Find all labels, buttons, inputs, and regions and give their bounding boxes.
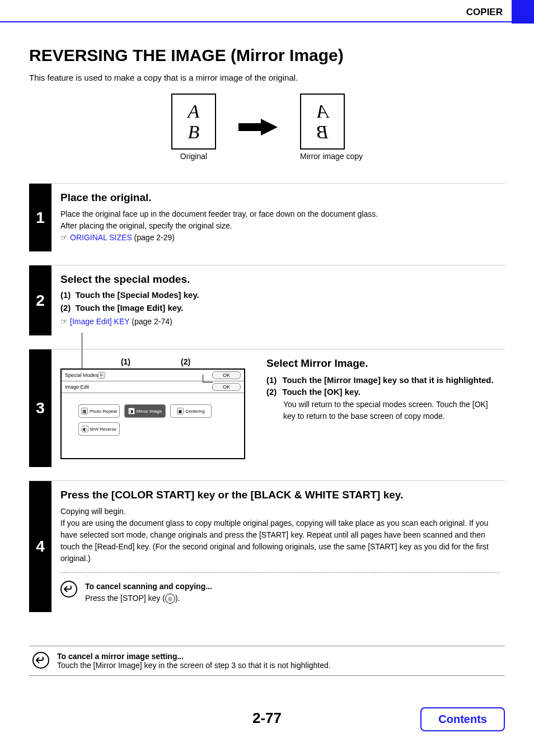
mirror-diagram: A B Original A B Mirror image copy [29,94,505,161]
cancel-setting-box: To cancel a mirror image setting... Touc… [29,646,505,676]
step-4-body1: Copying will begin. [60,506,499,517]
pointer-line-2 [203,375,213,382]
step-3-number: 3 [29,349,51,467]
step-1-body1: Place the original face up in the docume… [60,208,499,220]
step-2-ref: ☞[Image Edit] KEY (page 2-74) [60,316,499,328]
dashed-separator [60,572,499,573]
header-accent [512,0,534,24]
cancel-setting-body: Touch the [Mirror Image] key in the scre… [57,661,331,670]
original-box: A B [171,94,216,150]
cancel-back-icon [60,581,77,598]
step-3-title: Select Mirror Image. [266,357,499,370]
image-edit-key-link[interactable]: [Image Edit] KEY [70,317,129,326]
step-1-title: Place the original. [60,192,499,204]
step-1-number: 1 [29,184,51,251]
mirror-image-icon: ◑ [128,408,135,414]
page-number: 2-77 [252,710,282,727]
step-3: 3 (1)(2) Special Modes ⎘ OK Image Edit [29,349,505,467]
cancel-setting-title: To cancel a mirror image setting... [57,652,331,661]
reference-icon: ☞ [60,317,68,326]
header: COPIER [0,0,534,24]
ok-button-upper[interactable]: OK [212,371,241,379]
photo-repeat-icon: ▦ [81,408,88,414]
intro-text: This feature is used to make a copy that… [29,73,505,82]
step-1-ref: ☞ORIGINAL SIZES (page 2-29) [60,232,499,244]
touch-screen: Special Modes ⎘ OK Image Edit OK ▦Photo … [60,368,245,459]
step-1-body2: After placing the original, specify the … [60,220,499,232]
cancel-back-icon [32,652,49,669]
step-2-sub2: (2) Touch the [Image Edit] key. [60,303,499,312]
step-1: 1 Place the original. Place the original… [29,183,505,251]
stop-key-icon: ◎ [165,594,175,604]
mirror-caption: Mirror image copy [300,152,363,161]
step-2-sub1: (1) Touch the [Special Modes] key. [60,290,499,300]
step-3-i2-body: You will return to the special modes scr… [283,399,499,422]
mirror-image-button[interactable]: ◑Mirror Image [124,404,166,418]
step-4-title: Press the [COLOR START] key or the [BLAC… [60,489,499,501]
svg-marker-0 [238,119,278,136]
mirror-box: A B [300,94,345,150]
ok-button-lower[interactable]: OK [212,383,241,391]
cancel-scan-body: Press the [STOP] key (◎). [85,592,212,604]
arrow-right-icon [238,119,278,136]
step-4-body2: If you are using the document glass to c… [60,517,499,564]
cancel-scan-title: To cancel scanning and copying... [85,581,212,592]
step-4-number: 4 [29,481,51,612]
footer: 2-77 Contents [0,710,534,749]
photo-repeat-button[interactable]: ▦Photo Repeat [78,404,120,418]
section-label: COPIER [0,0,512,22]
screen-pointer-labels: (1)(2) [60,357,251,366]
page-title: REVERSING THE IMAGE (Mirror Image) [29,46,505,65]
bw-reverse-icon: ◐ [82,426,88,432]
step-3-i1: (1)Touch the [Mirror Image] key so that … [266,375,499,385]
step-4: 4 Press the [COLOR START] key or the [BL… [29,480,505,612]
step-3-i2: (2)Touch the [OK] key. [266,387,499,396]
centering-button[interactable]: ▣Centering [170,404,212,418]
screen-image-edit-label: Image Edit [65,384,89,390]
book-icon: ⎘ [98,372,105,379]
screen-special-modes-label: Special Modes [65,372,98,378]
step-2-number: 2 [29,265,51,335]
original-sizes-link[interactable]: ORIGINAL SIZES [70,233,132,242]
step-2: 2 Select the special modes. (1) Touch th… [29,265,505,335]
original-caption: Original [171,152,216,161]
pointer-line-1 [82,333,82,370]
centering-icon: ▣ [177,408,184,414]
reference-icon: ☞ [60,233,68,242]
contents-button[interactable]: Contents [420,707,505,731]
bw-reverse-button[interactable]: ◐B/W Reverse [78,422,120,436]
step-2-title: Select the special modes. [60,273,499,286]
